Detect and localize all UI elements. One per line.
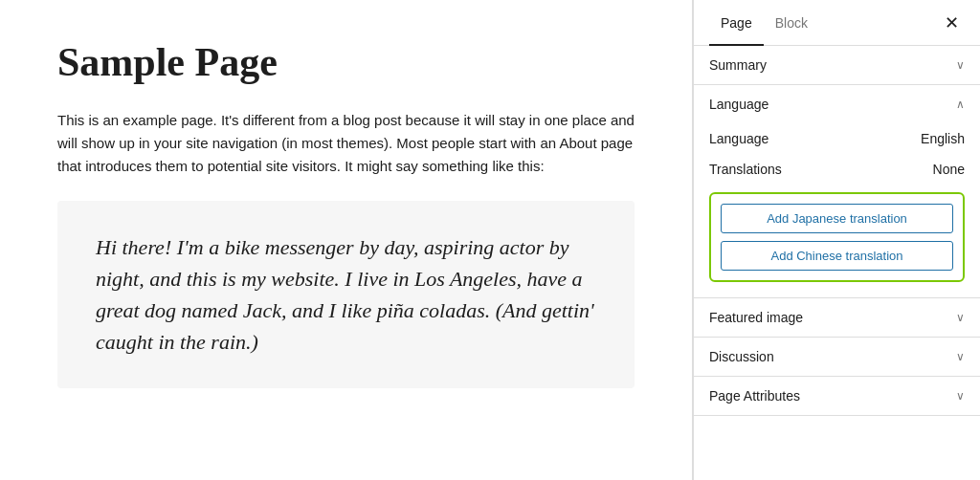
language-field-label: Language xyxy=(709,131,768,146)
sidebar-tabs: Page Block ✕ xyxy=(694,0,980,46)
summary-section: Summary ∨ xyxy=(694,46,980,85)
main-content: Sample Page This is an example page. It'… xyxy=(0,0,693,480)
translations-row: Translations None xyxy=(709,154,965,185)
summary-label: Summary xyxy=(709,57,767,73)
language-chevron-icon: ∧ xyxy=(956,98,965,111)
featured-image-header[interactable]: Featured image ∨ xyxy=(694,298,980,337)
quote-block: Hi there! I'm a bike messenger by day, a… xyxy=(57,201,635,388)
add-chinese-translation-button[interactable]: Add Chinese translation xyxy=(721,241,953,271)
translations-value: None xyxy=(933,162,965,177)
discussion-header[interactable]: Discussion ∨ xyxy=(694,338,980,376)
page-title: Sample Page xyxy=(57,38,635,86)
tab-block[interactable]: Block xyxy=(764,1,819,46)
tab-page[interactable]: Page xyxy=(709,1,764,46)
language-row: Language English xyxy=(709,123,965,154)
page-attributes-label: Page Attributes xyxy=(709,388,800,404)
discussion-section: Discussion ∨ xyxy=(694,338,980,377)
translation-buttons-wrapper: Add Japanese translation Add Chinese tra… xyxy=(709,192,965,282)
summary-chevron-icon: ∨ xyxy=(956,58,965,72)
discussion-chevron-icon: ∨ xyxy=(956,350,965,363)
featured-image-chevron-icon: ∨ xyxy=(956,311,965,324)
page-attributes-section: Page Attributes ∨ xyxy=(694,377,980,416)
sidebar: Page Block ✕ Summary ∨ Language ∧ Langua… xyxy=(693,0,980,480)
discussion-label: Discussion xyxy=(709,349,774,364)
language-content: Language English Translations None Add J… xyxy=(694,123,980,297)
page-body: This is an example page. It's different … xyxy=(57,109,635,178)
page-attributes-chevron-icon: ∨ xyxy=(956,389,965,403)
language-field-value: English xyxy=(921,131,965,146)
add-japanese-translation-button[interactable]: Add Japanese translation xyxy=(721,204,953,233)
language-section: Language ∧ Language English Translations… xyxy=(694,85,980,298)
featured-image-section: Featured image ∨ xyxy=(694,298,980,338)
translations-label: Translations xyxy=(709,162,782,177)
language-header[interactable]: Language ∧ xyxy=(694,85,980,123)
featured-image-label: Featured image xyxy=(709,310,803,325)
summary-header[interactable]: Summary ∨ xyxy=(694,46,980,84)
quote-text: Hi there! I'm a bike messenger by day, a… xyxy=(96,231,596,358)
close-button[interactable]: ✕ xyxy=(938,10,965,36)
language-section-label: Language xyxy=(709,97,768,112)
page-attributes-header[interactable]: Page Attributes ∨ xyxy=(694,377,980,415)
